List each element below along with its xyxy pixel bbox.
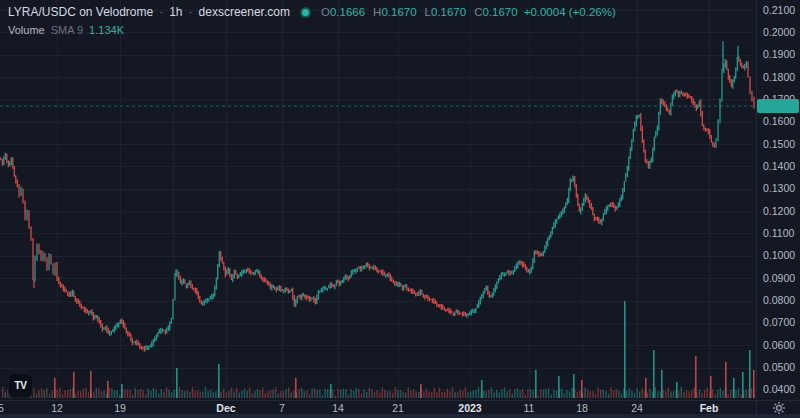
time-axis-label: 14 <box>332 402 344 414</box>
time-axis-label: 5 <box>0 402 4 414</box>
time-axis-label: Feb <box>700 402 719 414</box>
live-status-icon <box>300 7 311 18</box>
price-axis-label: 0.1200 <box>763 205 795 217</box>
time-axis-label: 2023 <box>458 402 482 414</box>
time-axis-label: 19 <box>114 402 126 414</box>
chart-header: LYRA/USDC on Velodrome · 1h · dexscreene… <box>8 5 616 19</box>
high-value: 0.1670 <box>381 6 416 18</box>
time-axis-label: 24 <box>631 402 643 414</box>
time-axis-label: 11 <box>524 402 535 414</box>
price-axis-label: 0.1300 <box>763 182 795 194</box>
tradingview-logo[interactable]: TV <box>8 373 33 398</box>
low-value: 0.1670 <box>431 6 466 18</box>
price-axis-label: 0.1800 <box>763 71 795 83</box>
price-axis-label: 0.2000 <box>763 26 795 38</box>
interval-label[interactable]: 1h <box>169 5 182 19</box>
chart-canvas[interactable]: 0.21000.20000.19000.18000.17000.16000.15… <box>0 0 800 418</box>
price-axis-label: 0.0600 <box>763 339 795 351</box>
source-link[interactable]: dexscreener.com <box>199 5 290 19</box>
time-axis-label: Dec <box>216 402 235 414</box>
price-axis-label: 0.1600 <box>763 115 795 127</box>
ohlc-readout: O0.1666 H0.1670 L0.1670 C0.1670 <box>321 6 518 18</box>
price-change: +0.0004 (+0.26%) <box>524 6 616 18</box>
price-axis-label: 0.0700 <box>763 316 795 328</box>
time-axis-label: 12 <box>51 402 63 414</box>
price-axis-label: 0.1400 <box>763 160 795 172</box>
price-axis-label: 0.0900 <box>763 272 795 284</box>
timezone-settings-gear-icon[interactable] <box>771 401 787 415</box>
header-separator: · <box>159 5 163 19</box>
price-axis-label: 0.0400 <box>763 383 795 395</box>
symbol-title[interactable]: LYRA/USDC on Velodrome <box>8 5 153 19</box>
tradingview-logo-text: TV <box>15 380 27 391</box>
volume-indicator-label[interactable]: Volume <box>8 24 45 36</box>
price-axis-label: 0.0800 <box>763 294 795 306</box>
time-axis-label: 7 <box>279 402 285 414</box>
close-value: 0.1670 <box>482 6 517 18</box>
time-axis-label: 18 <box>576 402 588 414</box>
volume-sma-params: SMA 9 <box>51 24 83 36</box>
price-axis-label: 0.0500 <box>763 361 795 373</box>
open-label: O <box>321 6 330 18</box>
price-axis-label: 0.1100 <box>763 227 794 239</box>
time-axis-label: 21 <box>392 402 404 414</box>
chart-window: 0.21000.20000.19000.18000.17000.16000.15… <box>0 0 800 418</box>
price-axis-label: 0.1000 <box>763 249 795 261</box>
volume-indicator-row: Volume SMA 9 1.134K <box>8 24 124 36</box>
price-axis-label: 0.1900 <box>763 48 795 60</box>
header-separator: · <box>189 5 193 19</box>
volume-sma-value: 1.134K <box>89 24 124 36</box>
price-axis-label: 0.2100 <box>763 4 795 16</box>
price-axis-label: 0.1500 <box>763 138 795 150</box>
open-value: 0.1666 <box>330 6 365 18</box>
